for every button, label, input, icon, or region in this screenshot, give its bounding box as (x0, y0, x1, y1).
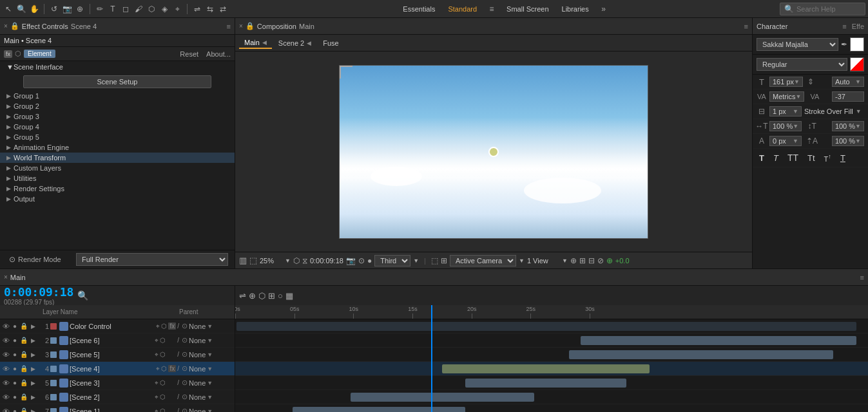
layer-3d-6[interactable]: ⬡ (160, 407, 166, 412)
viewport[interactable] (235, 52, 752, 252)
layer-solo-3[interactable]: ● (10, 365, 19, 372)
workspace-essentials[interactable]: Essentials (399, 4, 439, 14)
warp-tool-icon[interactable]: ⇄ (217, 3, 229, 15)
layer-3d-2[interactable]: ⬡ (160, 351, 166, 358)
text-italic-btn[interactable]: T (771, 152, 781, 164)
layer-vis-3[interactable]: 👁 (1, 365, 10, 373)
layer-motion-3[interactable]: ⌖ (156, 365, 160, 373)
text-caps-btn[interactable]: TT (785, 151, 801, 164)
resolution-icon[interactable]: ⬡ (293, 256, 300, 265)
color-gradient-swatch[interactable] (850, 57, 864, 71)
layer-solo-5[interactable]: ● (10, 393, 19, 400)
tl-tool-4[interactable]: ⊞ (268, 291, 275, 301)
layer-vis-4[interactable]: 👁 (1, 379, 10, 387)
search-input[interactable] (796, 5, 861, 13)
text-under-btn[interactable]: T (838, 152, 848, 164)
scene-setup-button[interactable]: Scene Setup (23, 75, 211, 88)
comp-tab-scene2[interactable]: Scene 2 ◀ (273, 38, 316, 48)
layer-solo-0[interactable]: ● (10, 323, 19, 330)
tl-tool-5[interactable]: ○ (278, 291, 283, 301)
about-button[interactable]: About... (206, 50, 231, 58)
comp-tab-fuse[interactable]: Fuse (318, 38, 343, 48)
char-menu-icon[interactable]: ≡ (842, 23, 846, 30)
render-mode-select[interactable]: Full Render (76, 253, 228, 266)
layer-motion-1[interactable]: ⌖ (155, 337, 159, 344)
preview-icon[interactable]: ▥ (239, 256, 247, 265)
font-select[interactable]: Sakkal Majalla (757, 38, 838, 51)
vicon-3[interactable]: ⊟ (588, 256, 595, 265)
layer-fx-btn-0[interactable]: fx (168, 323, 176, 330)
camera-tool-icon[interactable]: 📷 (61, 3, 73, 15)
layer-expand-4[interactable]: ▶ (28, 380, 37, 386)
layer-solo-1[interactable]: ● (10, 337, 19, 344)
layer-3d-1[interactable]: ⬡ (160, 337, 166, 344)
layer-expand-5[interactable]: ▶ (28, 394, 37, 400)
tree-item-group-1[interactable]: ▶Group 1 (0, 91, 235, 101)
layer-vis-0[interactable]: 👁 (1, 323, 10, 330)
font-color-swatch[interactable] (850, 37, 864, 52)
camera-icon[interactable]: 📷 (346, 256, 356, 265)
layer-motion-4[interactable]: ⌖ (155, 379, 159, 387)
tree-item-group-4[interactable]: ▶Group 4 (0, 122, 235, 132)
v-scale-value[interactable]: 100 % ▼ (832, 121, 864, 131)
text-bold-btn[interactable]: T (757, 152, 767, 164)
tl-tool-3[interactable]: ⬡ (258, 291, 265, 301)
style-select[interactable]: Regular (757, 58, 847, 71)
layer-adjust-6[interactable]: / (177, 407, 179, 412)
kerning-value[interactable]: -37 (832, 91, 864, 102)
layer-lock-3[interactable]: 🔒 (19, 365, 28, 372)
stamp-tool-icon[interactable]: ⬡ (146, 3, 157, 15)
text-small-caps-btn[interactable]: Tt (805, 152, 818, 164)
layer-adjust-4[interactable]: / (177, 379, 179, 386)
layer-expand-2[interactable]: ▶ (28, 351, 37, 358)
layer-solo-2[interactable]: ● (10, 351, 19, 358)
eraser-tool-icon[interactable]: ◈ (159, 3, 170, 15)
tree-item-output[interactable]: ▶Output (0, 194, 235, 204)
motion-tool-icon[interactable]: ⇌ (191, 3, 203, 15)
brush-tool-icon[interactable]: 🖌 (133, 3, 144, 15)
tl-close-icon[interactable]: × (4, 274, 8, 281)
track-row-4[interactable] (235, 376, 868, 390)
view-icon-1[interactable]: ⬚ (431, 256, 438, 265)
parent-arrow-6[interactable]: ▼ (207, 408, 213, 413)
comp-tab-main[interactable]: Main ◀ (239, 37, 272, 49)
layer-lock-4[interactable]: 🔒 (19, 379, 28, 386)
eyedropper-icon[interactable]: ✒ (841, 40, 847, 49)
text-tool-icon[interactable]: T (107, 3, 119, 15)
path-tool-icon[interactable]: ⇆ (204, 3, 216, 15)
comp-close-icon[interactable]: × (239, 23, 243, 30)
layer-3d-0[interactable]: ⬡ (161, 323, 167, 330)
layer-motion-2[interactable]: ⌖ (155, 351, 159, 359)
layer-motion-6[interactable]: ⌖ (155, 407, 159, 413)
layer-lock-5[interactable]: 🔒 (19, 393, 28, 400)
track-row-1[interactable] (235, 333, 868, 348)
hand-tool-icon[interactable]: ✋ (28, 3, 40, 15)
layer-expand-1[interactable]: ▶ (28, 337, 37, 344)
view-icon-2[interactable]: ⊞ (441, 256, 447, 265)
layer-adjust-5[interactable]: / (177, 393, 179, 400)
fps-icon[interactable]: ⧖ (302, 256, 307, 265)
snapshot-icon[interactable]: ⬚ (249, 256, 257, 265)
tree-item-group-2[interactable]: ▶Group 2 (0, 101, 235, 111)
layer-adjust-1[interactable]: / (177, 337, 179, 344)
layer-solo-6[interactable]: ● (10, 407, 19, 412)
tl-tool-1[interactable]: ⇌ (239, 291, 246, 301)
layer-expand-0[interactable]: ▶ (28, 323, 37, 330)
stroke-type-arrow[interactable]: ▼ (856, 108, 862, 115)
tree-item-animation-engine[interactable]: ▶Animation Engine (0, 142, 235, 153)
parent-arrow-4[interactable]: ▼ (207, 380, 213, 386)
layer-3d-5[interactable]: ⬡ (160, 393, 166, 400)
panel-lock-icon[interactable]: 🔒 (10, 22, 19, 30)
element-badge[interactable]: Element (24, 50, 55, 58)
layer-expand-3[interactable]: ▶ (28, 366, 37, 372)
layer-fx-btn-3[interactable]: fx (168, 365, 176, 372)
tree-item-world-transform[interactable]: ▶World Transform (0, 153, 235, 163)
snapshot2-icon[interactable]: ⊙ (358, 256, 365, 265)
parent-arrow-3[interactable]: ▼ (207, 366, 213, 372)
stroke-size-value[interactable]: 1 px ▼ (769, 106, 802, 117)
rotate-tool-icon[interactable]: ↺ (48, 3, 60, 15)
track-row-0[interactable] (235, 319, 868, 333)
view-arrow[interactable]: ▼ (413, 258, 419, 264)
tree-item-utilities[interactable]: ▶Utilities (0, 173, 235, 183)
reset-button[interactable]: Reset (180, 50, 198, 58)
